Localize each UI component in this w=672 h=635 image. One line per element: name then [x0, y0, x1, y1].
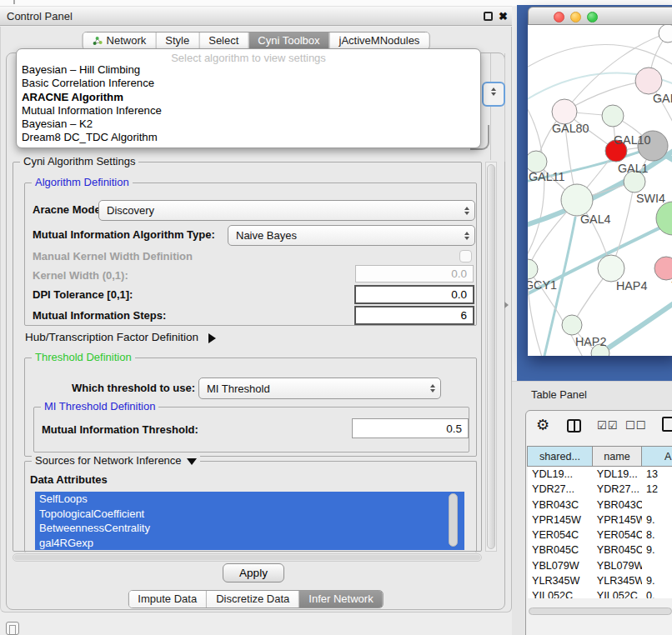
hub-definition-toggle[interactable]: Hub/Transcription Factor Definition [25, 331, 216, 343]
node-gal80-label: GAL80 [552, 122, 589, 135]
mi-algorithm-type-label: Mutual Information Algorithm Type: [33, 228, 215, 241]
attribute-list-scrollbar[interactable] [449, 493, 458, 547]
application-root: Control Panel ✖ NetworkStyleSelectCyni T… [0, 0, 672, 635]
table-header-row: shared...nameA [528, 446, 672, 467]
tab-style[interactable]: Style [155, 32, 198, 49]
attribute-item-selected[interactable]: gal4RGexp [35, 536, 464, 551]
algorithm-option[interactable]: Bayesian – K2 [22, 118, 480, 131]
tab-discretize-data[interactable]: Discretize Data [206, 591, 298, 608]
node-gcy1[interactable] [528, 259, 538, 279]
gear-icon[interactable]: ⚙ [536, 416, 549, 434]
table-row[interactable]: YDR27...YDR27...12 [528, 482, 672, 497]
tab-label: Discretize Data [216, 591, 289, 608]
attribute-item-selected[interactable]: TopologicalCoefficient [35, 507, 464, 522]
zoom-traffic-light-icon[interactable] [587, 12, 598, 22]
node-gal80[interactable] [552, 99, 577, 124]
algorithm-option[interactable]: Mutual Information Inference [22, 104, 480, 118]
tab-label: jActiveMNodules [339, 32, 420, 49]
tab-infer-network[interactable]: Infer Network [298, 591, 382, 608]
table-row[interactable]: YBR043CYBR043C [528, 498, 672, 512]
column-header-shared...[interactable]: shared... [527, 446, 593, 467]
tab-impute-data[interactable]: Impute Data [128, 591, 206, 608]
table-row[interactable]: YBL079WYBL079W [528, 558, 672, 573]
background-group-border [504, 53, 505, 162]
combo-spinner-icon [464, 232, 469, 240]
table-row[interactable]: YDL19...YDL19...13 [528, 467, 672, 482]
attribute-item-selected[interactable]: BetweennessCentrality [35, 521, 464, 536]
control-panel-titlebar: Control Panel ✖ [0, 6, 512, 26]
tab-network[interactable]: Network [83, 32, 156, 49]
table-cell: 9. [642, 542, 672, 558]
mi-threshold-field[interactable]: 0.5 [352, 418, 469, 438]
node-gal4[interactable] [561, 184, 593, 216]
node-hap4[interactable] [598, 255, 624, 282]
node-gal-pink-label: GAL [653, 92, 672, 105]
pane-divider-arrow-icon[interactable] [504, 302, 509, 308]
tab-label: Impute Data [138, 591, 197, 608]
sources-title-text: Sources for Network Inference [35, 454, 182, 467]
algorithm-option[interactable]: Dream8 DC_TDC Algorithm [22, 131, 480, 144]
tab-select[interactable]: Select [198, 32, 248, 49]
deselect-all-checkboxes-icon[interactable]: ☐☐ [625, 419, 646, 432]
close-icon[interactable]: ✖ [499, 7, 508, 26]
data-attributes-list[interactable]: SelfLoopsTopologicalCoefficientBetweenne… [35, 492, 464, 550]
table-cell: YLR345W [593, 573, 642, 588]
minimize-traffic-light-icon[interactable] [570, 12, 581, 22]
algorithm-option[interactable]: Bayesian – Hill Climbing [22, 63, 480, 77]
attribute-item-selected[interactable]: SelfLoops [35, 492, 464, 507]
tab-cyni-toolbox[interactable]: Cyni Toolbox [248, 32, 328, 49]
threshold-definition-title: Threshold Definition [32, 351, 135, 363]
dpi-tolerance-field[interactable]: 0.0 [354, 285, 474, 304]
settings-vertical-scrollbar[interactable] [485, 162, 497, 552]
table-cell: YIL052C [593, 588, 642, 598]
table-cell: YBR043C [593, 498, 642, 512]
split-columns-icon[interactable] [567, 419, 581, 432]
table-row[interactable]: YER054CYER054C8. [528, 528, 672, 542]
algorithm-option[interactable]: ARACNE Algorithm [22, 91, 480, 104]
table-cell: YER054C [593, 528, 642, 542]
aracne-mode-value: Discovery [107, 204, 154, 217]
network-window-titlebar [528, 7, 672, 25]
tab-jactivemnodules[interactable]: jActiveMNodules [329, 32, 429, 49]
table-row[interactable]: YPR145WYPR145W9. [528, 512, 672, 528]
hub-definition-label: Hub/Transcription Factor Definition [25, 331, 198, 343]
mi-steps-field[interactable]: 6 [354, 306, 474, 325]
aracne-mode-combo[interactable]: Discovery [98, 200, 475, 221]
which-threshold-value: MI Threshold [207, 382, 270, 395]
apply-button[interactable]: Apply [223, 563, 284, 582]
settings-horizontal-scrollbar[interactable] [13, 553, 482, 562]
column-header-name[interactable]: name [592, 446, 642, 467]
close-traffic-light-icon[interactable] [554, 12, 564, 22]
select-all-checkboxes-icon[interactable]: ☑☑ [597, 419, 618, 432]
node-gal10-label: GAL10 [614, 133, 651, 147]
node-swi4-label: SWI4 [636, 192, 665, 205]
table-row[interactable]: YBR045CYBR045C9. [528, 542, 672, 558]
network-canvas[interactable]: GALGAL80GAL10GAL1GAL11SWI4GAL4GCY1HAP4YH… [528, 25, 672, 356]
table-row[interactable]: YLR345WYLR345W9. [528, 573, 672, 588]
sources-group-title[interactable]: Sources for Network Inference [32, 454, 200, 467]
kernel-width-field[interactable]: 0.0 [355, 265, 474, 282]
node-gal-pink[interactable] [635, 68, 662, 94]
settings-group-title: Cyni Algorithm Settings [20, 155, 138, 168]
table-row[interactable]: YIL052CYIL052C0. [528, 588, 672, 598]
node-pink-right[interactable] [654, 257, 672, 280]
table-panel-title: Table Panel [531, 388, 587, 401]
document-icon[interactable] [662, 417, 672, 432]
mi-algorithm-type-combo[interactable]: Naive Bayes [228, 225, 475, 246]
bottom-left-grid-icon[interactable] [6, 622, 19, 635]
node-gal10[interactable] [602, 105, 624, 127]
which-threshold-combo[interactable]: MI Threshold [198, 378, 441, 399]
table-cell: 8. [642, 528, 672, 542]
column-header-A[interactable]: A [641, 446, 672, 467]
float-window-icon[interactable] [484, 12, 493, 21]
table-cell: YDR27... [593, 482, 642, 497]
threshold-definition-group: Threshold Definition Which threshold to … [24, 358, 477, 457]
table-horizontal-scrollbar[interactable] [529, 608, 672, 615]
node-hap2[interactable] [562, 315, 582, 335]
tab-label: Select [208, 32, 238, 49]
mi-threshold-definition-title: MI Threshold Definition [41, 400, 158, 412]
top-tick-mark [13, 0, 15, 4]
algorithm-option[interactable]: Basic Correlation Inference [22, 77, 480, 90]
manual-kernel-width-checkbox[interactable] [459, 250, 472, 262]
node-top-partial[interactable] [659, 25, 672, 42]
